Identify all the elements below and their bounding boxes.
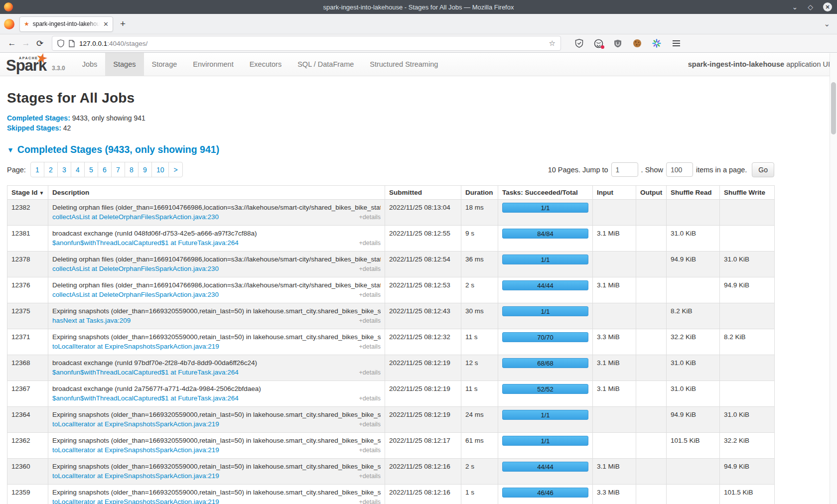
shuffle-read-cell [667, 485, 720, 504]
back-button[interactable]: ← [5, 38, 19, 48]
table-row: 12368 broadcast exchange (runId 97bdf70e… [7, 355, 775, 381]
header-output[interactable]: Output [636, 186, 667, 200]
stage-detail-link[interactable]: collectAsList at DeleteOrphanFilesSparkA… [52, 264, 219, 273]
completed-stages-link[interactable]: Completed Stages: [7, 114, 70, 122]
nav-item-storage[interactable]: Storage [144, 53, 185, 76]
next-page-button[interactable]: > [168, 162, 182, 177]
stage-detail-link[interactable]: toLocalIterator at ExpireSnapshotsSparkA… [52, 342, 219, 351]
page-button-5[interactable]: 5 [84, 162, 98, 177]
page-info-icon[interactable] [69, 40, 75, 47]
page-button-6[interactable]: 6 [98, 162, 112, 177]
stage-description: broadcast exchange (runId 2a75677f-a771-… [52, 384, 381, 393]
stage-detail-link[interactable]: $anonfun$withThreadLocalCaptured$1 at Fu… [52, 393, 239, 403]
nav-item-structured-streaming[interactable]: Structured Streaming [362, 53, 446, 76]
submitted-cell: 2022/11/25 08:12:54 [385, 252, 461, 277]
ublock-shield-icon[interactable] [613, 38, 623, 48]
page-button-3[interactable]: 3 [57, 162, 71, 177]
page-button-4[interactable]: 4 [71, 162, 85, 177]
header-stage-id[interactable]: Stage Id▼ [7, 186, 48, 200]
submitted-cell: 2022/11/25 08:12:43 [385, 303, 461, 329]
shield-icon[interactable] [57, 39, 64, 47]
stage-description: Expiring snapshots (older_than=166932055… [52, 306, 381, 316]
duration-cell: 30 ms [461, 303, 498, 329]
stage-detail-link[interactable]: collectAsList at DeleteOrphanFilesSparkA… [52, 212, 219, 222]
page-button-7[interactable]: 7 [111, 162, 125, 177]
table-row: 12362 Expiring snapshots (older_than=166… [7, 433, 775, 459]
new-tab-button[interactable]: + [120, 18, 126, 29]
stage-detail-link[interactable]: $anonfun$withThreadLocalCaptured$1 at Fu… [52, 368, 239, 377]
browser-tab[interactable]: ★ spark-ingest-into-lakehous ✕ [19, 16, 113, 32]
stage-detail-link[interactable]: toLocalIterator at ExpireSnapshotsSparkA… [52, 419, 219, 429]
description-cell: Expiring snapshots (older_than=166932055… [48, 485, 385, 504]
page-scrollbar[interactable] [830, 53, 837, 504]
scrollbar-thumb[interactable] [831, 82, 836, 134]
menu-hamburger-icon[interactable] [671, 38, 681, 48]
details-toggle[interactable]: +details [359, 316, 381, 326]
cookie-icon[interactable] [632, 38, 642, 48]
pocket-shield-check-icon[interactable] [574, 38, 584, 48]
shuffle-write-cell: 101.5 KiB [720, 485, 775, 504]
details-toggle[interactable]: +details [359, 446, 381, 455]
window-minimize-button[interactable]: ⌄ [792, 3, 798, 10]
stage-detail-link[interactable]: toLocalIterator at ExpireSnapshotsSparkA… [52, 471, 219, 481]
items-per-page-input[interactable] [666, 162, 693, 177]
tab-close-icon[interactable]: ✕ [103, 20, 109, 28]
description-cell: Deleting orphan files (older_than=166910… [48, 200, 385, 226]
tasks-cell: 84/84 [498, 226, 593, 252]
header-description[interactable]: Description [48, 186, 385, 200]
nav-item-environment[interactable]: Environment [185, 53, 241, 76]
reload-button[interactable]: ⟳ [33, 38, 47, 49]
page-button-2[interactable]: 2 [44, 162, 58, 177]
address-bar[interactable]: 127.0.0.1:4040/stages/ ☆ [52, 36, 561, 51]
list-all-tabs-icon[interactable]: ⌄ [824, 19, 830, 28]
page-button-9[interactable]: 9 [138, 162, 152, 177]
duration-cell: 18 ms [461, 200, 498, 226]
details-toggle[interactable]: +details [359, 472, 381, 481]
page-button-1[interactable]: 1 [30, 162, 44, 177]
tasks-cell: 70/70 [498, 329, 593, 355]
stage-detail-link[interactable]: collectAsList at DeleteOrphanFilesSparkA… [52, 290, 219, 299]
stage-detail-link[interactable]: toLocalIterator at ExpireSnapshotsSparkA… [52, 445, 219, 455]
header-submitted[interactable]: Submitted [385, 186, 461, 200]
skipped-stages-link[interactable]: Skipped Stages: [7, 124, 61, 132]
header-tasks[interactable]: Tasks: Succeeded/Total [498, 186, 593, 200]
stage-detail-link[interactable]: $anonfun$withThreadLocalCaptured$1 at Fu… [52, 238, 239, 248]
header-input[interactable]: Input [593, 186, 636, 200]
stage-detail-link[interactable]: toLocalIterator at ExpireSnapshotsSparkA… [52, 497, 219, 504]
page-button-8[interactable]: 8 [125, 162, 139, 177]
nav-item-jobs[interactable]: Jobs [74, 53, 106, 76]
details-toggle[interactable]: +details [359, 498, 381, 504]
details-toggle[interactable]: +details [359, 213, 381, 222]
window-titlebar: spark-ingest-into-lakehouse - Stages for… [0, 0, 837, 14]
details-toggle[interactable]: +details [359, 342, 381, 352]
header-shuffle-write[interactable]: Shuffle Write [720, 186, 775, 200]
go-button[interactable]: Go [752, 162, 774, 177]
privacy-mask-icon[interactable] [593, 38, 603, 48]
bookmark-star-icon[interactable]: ☆ [549, 39, 556, 48]
nav-item-stages[interactable]: Stages [105, 53, 143, 76]
stages-table-body: 12382 Deleting orphan files (older_than=… [7, 200, 775, 504]
jump-to-page-input[interactable] [611, 162, 638, 177]
window-close-button[interactable]: ✕ [823, 2, 832, 11]
page-button-10[interactable]: 10 [151, 162, 169, 177]
stage-detail-link[interactable]: hasNext at Tasks.java:209 [52, 316, 131, 325]
details-toggle[interactable]: +details [359, 368, 381, 378]
header-shuffle-read[interactable]: Shuffle Read [667, 186, 720, 200]
stage-description: Expiring snapshots (older_than=166932055… [52, 488, 381, 497]
completed-stages-section-toggle[interactable]: ▼ Completed Stages (9433, only showing 9… [7, 144, 781, 155]
color-pinwheel-icon[interactable] [652, 38, 662, 48]
description-cell: broadcast exchange (runId 97bdf70e-2f28-… [48, 355, 385, 381]
details-toggle[interactable]: +details [359, 290, 381, 300]
details-toggle[interactable]: +details [359, 420, 381, 429]
duration-cell: 36 ms [461, 252, 498, 277]
input-cell: 3.1 MiB [593, 355, 636, 381]
nav-item-sql-dataframe[interactable]: SQL / DataFrame [289, 53, 362, 76]
details-toggle[interactable]: +details [359, 394, 381, 403]
header-duration[interactable]: Duration [461, 186, 498, 200]
window-maximize-button[interactable]: ◇ [808, 3, 813, 10]
nav-item-executors[interactable]: Executors [242, 53, 289, 76]
details-toggle[interactable]: +details [359, 264, 381, 274]
details-toggle[interactable]: +details [359, 239, 381, 248]
stage-id-cell: 12376 [7, 277, 48, 303]
forward-button[interactable]: → [19, 38, 33, 48]
